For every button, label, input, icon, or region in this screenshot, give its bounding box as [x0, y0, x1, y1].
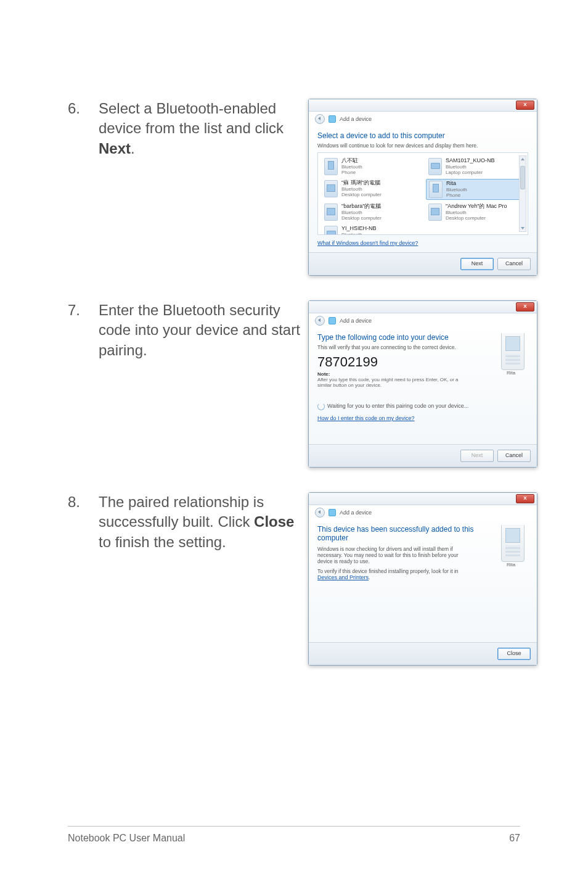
step-text: The paired relationship is successfully … [99, 492, 302, 552]
dialog-title: This device has been successfully added … [317, 525, 475, 542]
back-icon [315, 508, 325, 518]
footer-left: Notebook PC User Manual [68, 833, 185, 844]
page-footer: Notebook PC User Manual 67 [68, 826, 520, 844]
device-text: "barbara"的電腦BluetoothDesktop computer [341, 204, 382, 221]
phone-icon [501, 525, 525, 562]
device-item[interactable]: SAM1017_KUO-NBBluetoothLaptop computer [426, 157, 524, 176]
device-type-1: Bluetooth [446, 164, 495, 170]
device-item[interactable]: "蘇 瑪琍"的電腦BluetoothDesktop computer [322, 179, 420, 200]
note-label: Note: [317, 371, 459, 377]
step-text: Enter the Bluetooth security code into y… [99, 300, 302, 360]
device-name: 八不駐 [341, 158, 362, 164]
step8-bold: Close [254, 513, 294, 530]
back-icon[interactable] [315, 114, 325, 124]
help-link[interactable]: What if Windows doesn't find my device? [317, 240, 418, 246]
scrollbar[interactable] [519, 155, 526, 232]
device-name: "barbara"的電腦 [341, 204, 382, 210]
waiting-status: Waiting for you to enter this pairing co… [317, 403, 528, 410]
step6-bold: Next [99, 140, 131, 157]
device-text: RitaBluetoothPhone [446, 181, 467, 198]
device-text: YI_HSIEH-NBBluetooth [341, 226, 377, 235]
cancel-button[interactable]: Cancel [497, 258, 531, 270]
pairing-code: 78702199 [317, 354, 459, 370]
devices-printers-link[interactable]: Devices and Printers [317, 574, 369, 580]
dialog-subtitle: Windows will continue to look for new de… [317, 142, 528, 149]
note-body: After you type this code, you might need… [317, 377, 459, 388]
dialog-success: X Add a device This device has been succ… [308, 492, 537, 666]
wizard-icon [329, 317, 336, 324]
back-icon[interactable] [315, 316, 325, 326]
device-type-1: Bluetooth [446, 187, 467, 192]
dialog-title: Type the following code into your device [317, 333, 459, 342]
waiting-text: Waiting for you to enter this pairing co… [327, 403, 468, 409]
device-type-2: Laptop computer [446, 170, 495, 175]
step-number: 6. [68, 99, 99, 118]
step-text: Select a Bluetooth-enabled device from t… [99, 99, 302, 159]
cancel-button[interactable]: Cancel [497, 450, 531, 462]
device-item[interactable]: "barbara"的電腦BluetoothDesktop computer [322, 202, 420, 222]
close-icon[interactable]: X [516, 101, 534, 110]
step6-text-c: . [131, 140, 135, 157]
dialog-title: Select a device to add to this computer [317, 131, 528, 140]
device-label: Rita [494, 562, 528, 567]
device-item[interactable]: 八不駐BluetoothPhone [322, 157, 420, 176]
breadcrumb: Add a device [309, 313, 537, 329]
device-text: "蘇 瑪琍"的電腦BluetoothDesktop computer [341, 180, 382, 197]
device-label: Rita [494, 370, 528, 376]
device-name: "Andrew Yeh"的 Mac Pro [446, 204, 507, 210]
device-type-1: Bluetooth [341, 232, 377, 235]
device-item[interactable]: RitaBluetoothPhone [426, 179, 524, 200]
success-body2: To verify if this device finished instal… [317, 568, 475, 580]
step6-text-a: Select a Bluetooth-enabled device from t… [99, 100, 284, 136]
step8-text-c: to finish the setting. [99, 534, 226, 550]
laptop-icon [324, 226, 338, 235]
success-body1: Windows is now checking for drivers and … [317, 546, 475, 564]
phone-icon [501, 333, 525, 370]
device-type-2: Desktop computer [341, 192, 382, 197]
success-body2-b: . [369, 574, 370, 580]
device-name: SAM1017_KUO-NB [446, 158, 495, 164]
device-name: Rita [446, 181, 467, 187]
breadcrumb-label: Add a device [340, 510, 372, 516]
dialog-titlebar: X [309, 493, 537, 505]
close-icon[interactable]: X [516, 494, 534, 503]
device-type-1: Bluetooth [341, 210, 382, 215]
breadcrumb-label: Add a device [340, 116, 372, 122]
laptop-icon [428, 158, 442, 175]
wizard-icon [329, 115, 336, 123]
device-text: 八不駐BluetoothPhone [341, 158, 362, 175]
breadcrumb: Add a device [309, 112, 537, 128]
device-name: "蘇 瑪琍"的電腦 [341, 180, 382, 186]
device-type-1: Bluetooth [341, 186, 382, 192]
next-button[interactable]: Next [460, 258, 494, 270]
device-type-1: Bluetooth [446, 210, 507, 215]
dialog-select-device: X Add a device Select a device to add to… [308, 99, 537, 276]
device-text: SAM1017_KUO-NBBluetoothLaptop computer [446, 158, 495, 175]
footer-right: 67 [509, 833, 520, 844]
breadcrumb-label: Add a device [340, 318, 372, 324]
close-button[interactable]: Close [497, 648, 531, 660]
dialog-titlebar: X [309, 301, 537, 313]
success-body2-a: To verify if this device finished instal… [317, 568, 459, 574]
desktop-icon [428, 204, 442, 221]
device-item[interactable]: "Andrew Yeh"的 Mac ProBluetoothDesktop co… [426, 202, 524, 222]
desktop-icon [324, 204, 338, 221]
help-link[interactable]: How do I enter this code on my device? [317, 415, 415, 421]
breadcrumb: Add a device [309, 505, 537, 521]
step-number: 7. [68, 300, 99, 320]
phone-icon [429, 181, 443, 198]
device-item[interactable]: YI_HSIEH-NBBluetooth [322, 225, 420, 235]
device-type-2: Phone [341, 170, 362, 175]
device-list[interactable]: 八不駐BluetoothPhoneSAM1017_KUO-NBBluetooth… [317, 152, 528, 235]
spinner-icon [317, 403, 325, 410]
step8-text-a: The paired relationship is successfully … [99, 493, 264, 530]
device-name: YI_HSIEH-NB [341, 226, 377, 232]
device-type-1: Bluetooth [341, 164, 362, 170]
next-button: Next [460, 450, 494, 462]
device-type-2: Desktop computer [341, 215, 382, 221]
device-type-2: Desktop computer [446, 215, 507, 221]
dialog-subtitle: This will verify that you are connecting… [317, 344, 459, 350]
close-icon[interactable]: X [516, 302, 534, 311]
device-type-2: Phone [446, 192, 467, 198]
phone-icon [324, 158, 338, 175]
